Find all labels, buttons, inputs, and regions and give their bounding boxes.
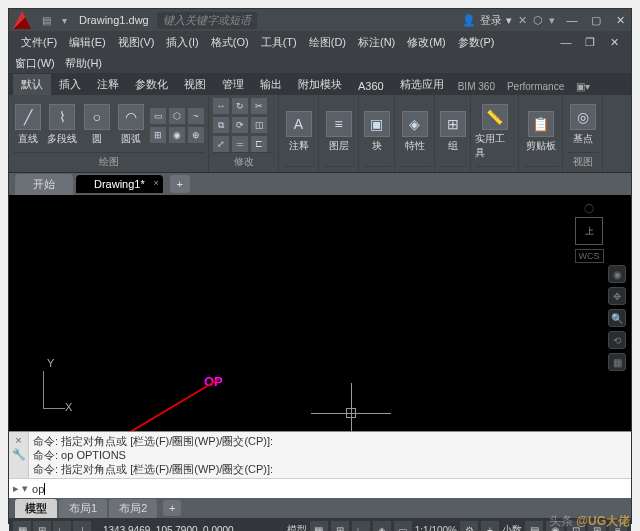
menu-tools[interactable]: 工具(T) [255, 33, 303, 52]
modelspace-label[interactable]: 模型 [287, 523, 307, 531]
draw-small-icon[interactable]: ◉ [169, 127, 185, 143]
status-icon[interactable]: ◈ [373, 521, 391, 531]
btn-layer[interactable]: ≡图层 [323, 111, 354, 153]
tab-bim360[interactable]: BIM 360 [452, 78, 501, 95]
status-icon[interactable]: ⊞ [331, 521, 349, 531]
modify-icon[interactable]: ⊏ [251, 136, 267, 152]
menu-draw[interactable]: 绘图(D) [303, 33, 352, 52]
btn-utilities[interactable]: 📏实用工具 [475, 104, 514, 160]
modify-icon[interactable]: ⟳ [232, 117, 248, 133]
menu-insert[interactable]: 插入(I) [160, 33, 204, 52]
close-icon[interactable]: × [153, 178, 158, 188]
btn-arc[interactable]: ◠圆弧 [116, 104, 146, 146]
layout-layout1[interactable]: 布局1 [59, 499, 107, 518]
btn-block[interactable]: ▣块 [363, 111, 390, 153]
command-input[interactable]: ▸ ▾ op [9, 478, 631, 498]
ortho-toggle[interactable]: ⊥ [73, 521, 91, 531]
close-button[interactable]: ✕ [609, 11, 631, 29]
wrench-icon[interactable]: 🔧 [12, 448, 26, 461]
scale-list[interactable]: 1:1/100% [415, 525, 457, 532]
menu-modify[interactable]: 修改(M) [401, 33, 452, 52]
modify-icon[interactable]: ◫ [251, 117, 267, 133]
layout-layout2[interactable]: 布局2 [109, 499, 157, 518]
maximize-button[interactable]: ▢ [585, 11, 607, 29]
tab-start[interactable]: 开始 [15, 174, 73, 195]
modify-icon[interactable]: ⧉ [213, 117, 229, 133]
tab-parametric[interactable]: 参数化 [127, 74, 176, 95]
status-icon[interactable]: ⚙ [460, 521, 478, 531]
doc-close-button[interactable]: ✕ [603, 33, 625, 51]
menu-file[interactable]: 文件(F) [15, 33, 63, 52]
tab-default[interactable]: 默认 [13, 74, 51, 95]
btn-basepoint[interactable]: ◎基点 [567, 104, 598, 146]
btn-properties[interactable]: ◈特性 [399, 111, 430, 153]
status-icon[interactable]: ∟ [352, 521, 370, 531]
modify-icon[interactable]: ↻ [232, 98, 248, 114]
exchange-icon[interactable]: ✕ [518, 14, 527, 27]
btn-circle[interactable]: ○圆 [82, 104, 112, 146]
btn-group[interactable]: ⊞组 [439, 111, 466, 153]
btn-line[interactable]: ╱直线 [13, 104, 43, 146]
help-dropdown-icon[interactable]: ▾ [549, 14, 555, 27]
menu-dim[interactable]: 标注(N) [352, 33, 401, 52]
modify-icon[interactable]: ⤢ [213, 136, 229, 152]
coordinates-readout[interactable]: 1343.9469, 105.7900, 0.0000 [103, 525, 234, 532]
draw-small-icon[interactable]: ⊕ [188, 127, 204, 143]
btn-polyline[interactable]: ⌇多段线 [47, 104, 77, 146]
modify-icon[interactable]: ↔ [213, 98, 229, 114]
menu-help[interactable]: 帮助(H) [65, 56, 102, 71]
draw-small-icon[interactable]: ⬡ [169, 108, 185, 124]
status-icon[interactable]: ▤ [525, 521, 543, 531]
tab-addins[interactable]: 附加模块 [290, 74, 350, 95]
modify-icon[interactable]: ✂ [251, 98, 267, 114]
drawing-canvas[interactable]: ◯ 上 WCS ◉ ✥ 🔍 ⟲ ▦ Y X OP [9, 195, 631, 431]
tab-drawing1[interactable]: Drawing1*× [76, 175, 163, 193]
orbit-icon[interactable]: ⟲ [608, 331, 626, 349]
tab-a360[interactable]: A360 [350, 77, 392, 95]
tab-performance[interactable]: Performance [501, 78, 570, 95]
add-layout-button[interactable]: + [163, 500, 181, 516]
grid-toggle[interactable]: ⊞ [33, 521, 51, 531]
menu-param[interactable]: 参数(P) [452, 33, 501, 52]
layout-model[interactable]: 模型 [15, 499, 57, 518]
nav-wheel-icon[interactable]: ◉ [608, 265, 626, 283]
units-label[interactable]: 小数 [502, 523, 522, 531]
tab-manage[interactable]: 管理 [214, 74, 252, 95]
command-history[interactable]: 命令: 指定对角点或 [栏选(F)/圈围(WP)/圈交(CP)]: 命令: op… [29, 432, 631, 478]
menu-edit[interactable]: 编辑(E) [63, 33, 112, 52]
tab-annotate[interactable]: 注释 [89, 74, 127, 95]
login-area[interactable]: 👤 登录 ▾ [462, 13, 512, 28]
btn-clipboard[interactable]: 📋剪贴板 [523, 111, 558, 153]
menu-window[interactable]: 窗口(W) [15, 56, 55, 71]
doc-restore-button[interactable]: ❐ [579, 33, 601, 51]
status-icon[interactable]: ▭ [394, 521, 412, 531]
tab-output[interactable]: 输出 [252, 74, 290, 95]
status-icon[interactable]: + [481, 521, 499, 531]
modify-icon[interactable]: ═ [232, 136, 248, 152]
pan-icon[interactable]: ✥ [608, 287, 626, 305]
viewcube[interactable]: ◯ 上 WCS [567, 203, 611, 259]
ribbon-expand-icon[interactable]: ▣▾ [570, 78, 596, 95]
minimize-button[interactable]: — [561, 11, 583, 29]
qat-dropdown-icon[interactable]: ▾ [57, 13, 71, 27]
zoom-icon[interactable]: 🔍 [608, 309, 626, 327]
tab-insert[interactable]: 插入 [51, 74, 89, 95]
doc-minimize-button[interactable]: — [555, 33, 577, 51]
search-input[interactable]: 键入关键字或短语 [157, 12, 257, 29]
new-tab-button[interactable]: + [170, 175, 190, 193]
qat-btn[interactable]: ▤ [39, 13, 53, 27]
a360-icon[interactable]: ⬡ [533, 14, 543, 27]
tab-featured[interactable]: 精选应用 [392, 74, 452, 95]
menu-format[interactable]: 格式(O) [205, 33, 255, 52]
viewcube-face[interactable]: 上 [575, 217, 603, 245]
menu-view[interactable]: 视图(V) [112, 33, 161, 52]
tab-view[interactable]: 视图 [176, 74, 214, 95]
draw-small-icon[interactable]: ▭ [150, 108, 166, 124]
showmotion-icon[interactable]: ▦ [608, 353, 626, 371]
close-cmd-icon[interactable]: × [15, 434, 21, 446]
modelspace-toggle[interactable]: ▦ [13, 521, 31, 531]
app-logo-icon[interactable] [13, 11, 31, 29]
btn-annotate[interactable]: A注释 [283, 111, 314, 153]
status-icon[interactable]: ▦ [310, 521, 328, 531]
draw-small-icon[interactable]: ⊞ [150, 127, 166, 143]
